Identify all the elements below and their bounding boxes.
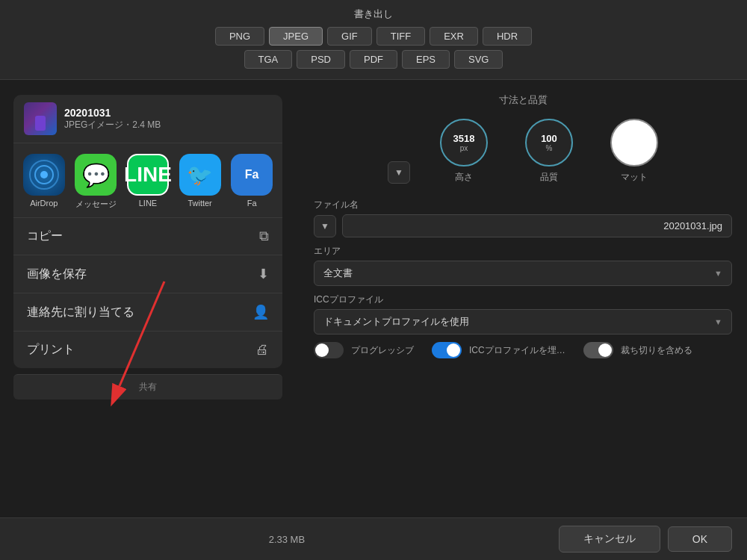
format-gif[interactable]: GIF: [327, 27, 372, 46]
twitter-label: Twitter: [187, 199, 211, 208]
crop-knob: [598, 343, 612, 357]
twitter-icon: 🐦: [179, 154, 221, 196]
file-thumbnail: [24, 102, 57, 135]
fa-label: Fa: [247, 199, 257, 208]
airdrop-circles-graphic: [31, 161, 58, 188]
print-icon: 🖨: [255, 342, 269, 358]
area-select[interactable]: 全文書 ▼: [314, 261, 732, 286]
assign-contact-icon: 👤: [252, 304, 269, 320]
assign-contact-label: 連絡先に割り当てる: [27, 305, 134, 320]
format-jpeg[interactable]: JPEG: [269, 27, 323, 46]
height-label: 高さ: [455, 171, 473, 184]
copy-icon: ⧉: [259, 228, 269, 244]
height-value: 3518: [453, 133, 475, 144]
format-tga[interactable]: TGA: [244, 50, 293, 69]
filename-value[interactable]: 20201031.jpg: [342, 214, 732, 237]
line-label: LINE: [139, 199, 157, 208]
height-circle[interactable]: 3518 px: [440, 119, 488, 167]
cancel-button[interactable]: キャンセル: [559, 526, 660, 553]
share-footer: 共有: [13, 374, 282, 399]
file-size-bottom: 2.33 MB: [15, 534, 559, 545]
filename-dropdown-arrow[interactable]: ▼: [314, 215, 336, 237]
icc-row: ドキュメントプロファイルを使用 ▼: [314, 309, 732, 335]
file-info-bar: 20201031 JPEGイメージ・2.4 MB: [13, 95, 282, 143]
messages-label: メッセージ: [75, 199, 117, 210]
icc-embed-toggle[interactable]: [432, 342, 462, 358]
copy-label: コピー: [27, 228, 63, 244]
app-icons-row: AirDrop 💬 メッセージ LINE LINE 🐦 Twitter Fa F…: [13, 143, 282, 217]
app-item-fa[interactable]: Fa Fa: [229, 154, 275, 210]
progressive-toggle[interactable]: [314, 342, 344, 358]
airdrop-label: AirDrop: [30, 199, 58, 208]
matte-circle[interactable]: [610, 119, 658, 167]
share-action-print[interactable]: プリント 🖨: [13, 332, 282, 368]
app-item-twitter[interactable]: 🐦 Twitter: [177, 154, 223, 210]
share-action-copy[interactable]: コピー ⧉: [13, 218, 282, 255]
format-row-2: TGA PSD PDF EPS SVG: [0, 50, 747, 69]
airdrop-dot: [40, 171, 48, 178]
file-type: JPEGイメージ・2.4 MB: [64, 119, 272, 131]
airdrop-icon: [23, 154, 65, 196]
area-value: 全文書: [323, 267, 353, 280]
icc-chevron-icon: ▼: [714, 317, 722, 326]
format-exr[interactable]: EXR: [430, 27, 478, 46]
icc-section: ICCプロファイル ドキュメントプロファイルを使用 ▼: [314, 293, 732, 335]
area-chevron-icon: ▼: [714, 269, 722, 278]
format-row-1: PNG JPEG GIF TIFF EXR HDR: [0, 27, 747, 46]
format-tiff[interactable]: TIFF: [376, 27, 425, 46]
format-pdf[interactable]: PDF: [350, 50, 397, 69]
icc-value: ドキュメントプロファイルを使用: [323, 315, 469, 329]
format-hdr[interactable]: HDR: [483, 27, 532, 46]
quality-label: 品質: [540, 171, 558, 184]
app-item-airdrop[interactable]: AirDrop: [21, 154, 67, 210]
right-panel: 寸法と品質 ▼ 3518 px 高さ 100 % 品質: [299, 80, 747, 560]
height-select[interactable]: ▼: [388, 161, 410, 184]
quality-control: 100 % 品質: [525, 119, 573, 184]
share-sheet: 20201031 JPEGイメージ・2.4 MB AirDrop 💬 メッセージ: [13, 95, 282, 399]
main-area: 20201031 JPEGイメージ・2.4 MB AirDrop 💬 メッセージ: [0, 80, 747, 560]
share-action-save-image[interactable]: 画像を保存 ⬇: [13, 255, 282, 293]
app-item-line[interactable]: LINE LINE: [125, 154, 171, 210]
height-control: 3518 px 高さ: [440, 119, 488, 184]
quality-value: 100: [541, 133, 557, 144]
line-icon: LINE: [127, 154, 169, 196]
height-unit: px: [460, 144, 468, 152]
format-eps[interactable]: EPS: [402, 50, 450, 69]
matte-label: マット: [621, 171, 648, 184]
dimensions-section-title: 寸法と品質: [314, 93, 732, 107]
bottom-bar: 2.33 MB キャンセル OK: [0, 517, 747, 560]
quality-unit: %: [546, 144, 553, 152]
file-name: 20201031: [64, 107, 272, 119]
icc-embed-knob: [447, 343, 460, 357]
filename-section: ファイル名 ▼ 20201031.jpg: [314, 199, 732, 237]
print-label: プリント: [27, 342, 75, 358]
format-png[interactable]: PNG: [215, 27, 264, 46]
save-image-icon: ⬇: [258, 266, 269, 282]
ok-button[interactable]: OK: [668, 526, 732, 552]
export-title: 書き出し: [0, 7, 747, 21]
format-psd[interactable]: PSD: [297, 50, 345, 69]
save-image-label: 画像を保存: [27, 267, 87, 282]
area-section: エリア 全文書 ▼: [314, 245, 732, 286]
icc-embed-label: ICCプロファイルを埋…: [469, 344, 565, 357]
share-action-assign-contact[interactable]: 連絡先に割り当てる 👤: [13, 293, 282, 332]
format-svg[interactable]: SVG: [454, 50, 503, 69]
export-bar: 書き出し PNG JPEG GIF TIFF EXR HDR TGA PSD P…: [0, 0, 747, 80]
messages-icon: 💬: [75, 154, 117, 196]
app-item-messages[interactable]: 💬 メッセージ: [73, 154, 120, 210]
share-actions: コピー ⧉ 画像を保存 ⬇ 連絡先に割り当てる 👤 プリント 🖨: [13, 217, 282, 368]
share-footer-label: 共有: [139, 382, 157, 392]
filename-label: ファイル名: [314, 199, 732, 211]
file-meta: 20201031 JPEGイメージ・2.4 MB: [64, 107, 272, 131]
progressive-label: プログレッシブ: [351, 344, 414, 357]
progressive-knob: [315, 343, 329, 357]
matte-control: マット: [610, 119, 658, 184]
icc-select[interactable]: ドキュメントプロファイルを使用 ▼: [314, 309, 732, 335]
toggles-row: プログレッシブ ICCプロファイルを埋… 裁ち切りを含める: [314, 342, 732, 358]
area-row: 全文書 ▼: [314, 261, 732, 286]
icc-label: ICCプロファイル: [314, 293, 732, 306]
filename-row: ▼ 20201031.jpg: [314, 214, 732, 237]
fa-icon: Fa: [231, 154, 273, 196]
quality-circle[interactable]: 100 %: [525, 119, 573, 167]
crop-toggle[interactable]: [583, 342, 613, 358]
